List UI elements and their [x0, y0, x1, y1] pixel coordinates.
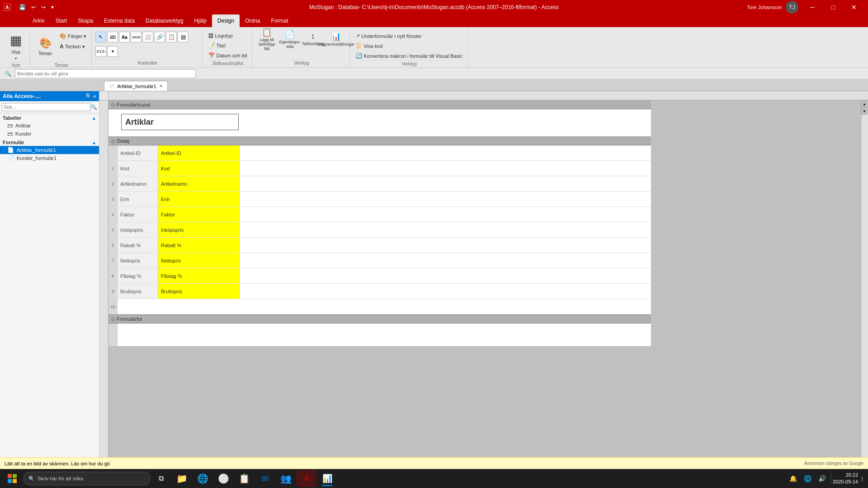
label-artikel-id[interactable]: Artikel-ID	[118, 145, 158, 160]
button-tool[interactable]: ⬜	[142, 32, 153, 42]
taskbar-notification-icon[interactable]: 🔔	[787, 470, 800, 487]
user-avatar[interactable]: TJ	[786, 1, 798, 14]
logotyp-button[interactable]: 🖼 Logotyp	[206, 32, 235, 40]
tell-me-input[interactable]	[15, 69, 196, 78]
listbox-tool[interactable]: ▤	[178, 32, 189, 42]
field-artikelnamn[interactable]: Artikelnamn	[158, 176, 240, 191]
undo-qat-button[interactable]: ↩	[29, 3, 38, 11]
textbox-tool[interactable]: xxxx	[131, 32, 142, 42]
field-artikel-id[interactable]: Artikel-ID	[158, 145, 240, 160]
egenskaps-button[interactable]: 📄 Egenskaps-sida	[279, 32, 301, 46]
redo-qat-button[interactable]: ↪	[39, 3, 47, 11]
field-rabatt[interactable]: Rabatt %	[158, 238, 240, 253]
app-icon: A	[4, 4, 11, 11]
underformular-button[interactable]: ↗ Underformulär i nytt fönster	[354, 32, 424, 40]
label-bruttopris[interactable]: Bruttopris	[118, 284, 158, 299]
text-tool[interactable]: ab	[107, 32, 118, 42]
field-bruttopris[interactable]: Bruttopris	[158, 284, 240, 299]
show-desktop-button[interactable]: |	[860, 470, 864, 487]
teman-button[interactable]: 🎨 Teman	[34, 32, 57, 61]
label-artikelnamn[interactable]: Artikelnamn	[118, 176, 158, 191]
sidebar-item-artiklar-table[interactable]: 🗃 Artiklar	[0, 122, 99, 130]
tab-databasverktyg[interactable]: Databasverktyg	[140, 14, 189, 27]
vertical-scrollbar[interactable]: ▲ ▼	[861, 100, 868, 462]
visa-button[interactable]: ▦ Visa ▾	[5, 32, 27, 61]
minimize-button[interactable]: ─	[802, 0, 823, 14]
label-tool[interactable]: Aa	[119, 32, 130, 42]
cursor-tool[interactable]: ↖	[95, 32, 106, 42]
titel-button[interactable]: 📝 Titel	[206, 41, 227, 50]
taskbar-office[interactable]: 📋	[234, 470, 254, 487]
sidebar-search-go[interactable]: 🔍	[90, 104, 97, 110]
diagram-button[interactable]: 📊 Diagraminställningar	[325, 32, 347, 46]
combo-tool[interactable]: 📋	[166, 32, 177, 42]
form-title-label[interactable]: Artiklar	[121, 114, 239, 130]
scroll-down-button[interactable]: ▼	[861, 108, 868, 115]
label-rabatt[interactable]: Rabatt %	[118, 238, 158, 253]
sidebar-search-input[interactable]	[2, 103, 90, 111]
save-qat-button[interactable]: 💾	[17, 3, 28, 11]
form-footer-section-header[interactable]: ◇ Formulärfot	[108, 314, 651, 324]
close-button[interactable]: ✕	[844, 0, 864, 14]
sidebar-collapse-button[interactable]: «	[93, 93, 96, 99]
farger-button[interactable]: 🎨 Färger ▾	[57, 32, 89, 41]
form-header-section-header[interactable]: ◇ Formulärhuvud	[108, 100, 651, 109]
tab-hjalp[interactable]: Hjälp	[189, 14, 212, 27]
tab-skapa[interactable]: Skapa	[72, 14, 99, 27]
taskbar-access[interactable]: A	[297, 470, 316, 487]
form-detail-section-header[interactable]: ◇ Detalj	[108, 136, 651, 145]
taskbar-edge[interactable]: 🌐	[193, 470, 212, 487]
tab-externa-data[interactable]: Externa data	[99, 14, 140, 27]
taskbar-explorer[interactable]: 📁	[172, 470, 192, 487]
taskbar-volume-icon[interactable]: 🔊	[816, 470, 829, 487]
taskbar-teams[interactable]: 👥	[276, 470, 296, 487]
scroll-up-button[interactable]: ▲	[861, 100, 868, 108]
taskbar-search-bar[interactable]: 🔍 Skriv här för att söka	[24, 472, 150, 485]
sidebar-item-artiklar-form[interactable]: 📄 Artiklar_formulär1	[0, 146, 99, 154]
label-nettopris[interactable]: Nettopris	[118, 253, 158, 268]
taskbar-outlook[interactable]: ✉	[255, 470, 275, 487]
label-inkopspris[interactable]: Inköpspris	[118, 222, 158, 237]
hyperlink-tool[interactable]: 🔗	[154, 32, 165, 42]
start-button[interactable]	[2, 470, 23, 487]
label-enh[interactable]: Enh	[118, 192, 158, 206]
taskbar-clock[interactable]: 20:22 2020-09-14	[833, 472, 858, 486]
field-enh[interactable]: Enh	[158, 192, 240, 206]
ribbon-group-vyer-label: Vyer	[5, 61, 27, 69]
field-kod[interactable]: Kod	[158, 161, 240, 176]
lagg-till-button[interactable]: 📋 Lägg till befintliga fält	[256, 32, 278, 46]
sidebar-search-button[interactable]: 🔍	[85, 93, 92, 99]
field-faktor[interactable]: Faktor	[158, 207, 240, 222]
tab-start[interactable]: Start	[50, 14, 72, 27]
field-paslag[interactable]: Påslag %	[158, 268, 240, 283]
label-faktor[interactable]: Faktor	[118, 207, 158, 222]
sidebar-tables-expand[interactable]: ▲	[92, 116, 96, 121]
doc-tab-close[interactable]: ✕	[159, 84, 163, 89]
label-kod[interactable]: Kod	[118, 161, 158, 176]
datum-button[interactable]: 📅 Datum och tid	[206, 51, 249, 60]
field-inkopspris[interactable]: Inköpspris	[158, 222, 240, 237]
tab-arkiv[interactable]: Arkiv	[27, 14, 50, 27]
taskbar-date: 2020-09-14	[833, 479, 858, 485]
visa-kod-button[interactable]: 📜 Visa kod	[354, 42, 385, 50]
more-qat-button[interactable]: ▾	[49, 3, 56, 11]
field-nettopris[interactable]: Nettopris	[158, 253, 240, 268]
maximize-button[interactable]: □	[823, 0, 844, 14]
taskbar-task-view[interactable]: ⧉	[151, 470, 171, 487]
tab-format[interactable]: Format	[266, 14, 294, 27]
sidebar-forms-expand[interactable]: ▲	[92, 140, 96, 145]
row-num-7: 7	[108, 253, 118, 268]
sidebar-item-kunder-form[interactable]: 📄 Kunder_formulär1	[0, 154, 99, 162]
sidebar-item-kunder-table[interactable]: 🗃 Kunder	[0, 130, 99, 138]
taskbar-network-icon[interactable]: 🌐	[802, 470, 814, 487]
label-paslag[interactable]: Påslag %	[118, 268, 158, 283]
tab-design[interactable]: Design	[212, 14, 240, 27]
tab-ordna[interactable]: Ordna	[240, 14, 265, 27]
konvertera-button[interactable]: 🔄 Konvertera makron i formulär till Visu…	[354, 52, 465, 60]
taskbar-powerpoint[interactable]: 📊	[317, 470, 337, 487]
subform-tool[interactable]: XYZ-	[95, 46, 106, 57]
taskbar-chrome[interactable]: ⚪	[213, 470, 233, 487]
tecken-button[interactable]: A Tecken ▾	[57, 42, 89, 51]
more-controls[interactable]: ▾	[107, 46, 118, 57]
doc-tab-artiklar[interactable]: 📄 Artiklar_formulär1 ✕	[104, 81, 168, 91]
